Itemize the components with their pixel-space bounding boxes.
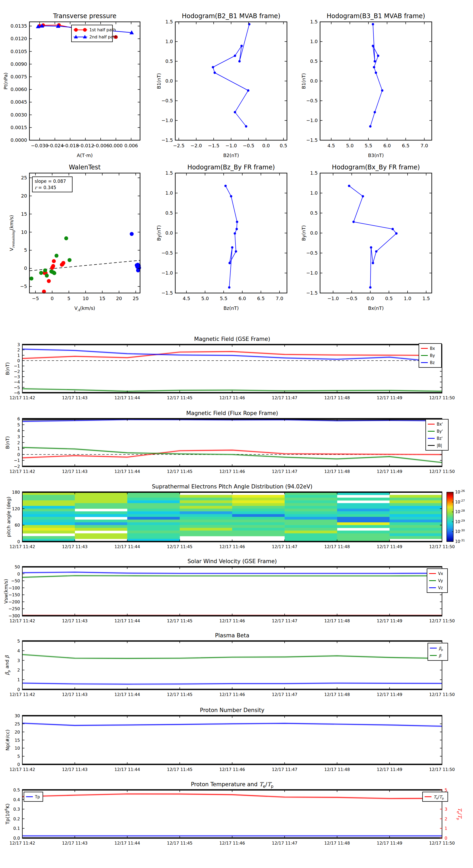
y-tick-label: 30 — [15, 713, 20, 718]
panel-title: Hodogram(B3_B1 MVAB frame) — [327, 12, 425, 20]
heatmap-cell — [337, 503, 390, 506]
marker-circle — [370, 246, 372, 249]
panel-title: Hodogram(Bx_By FR frame) — [332, 164, 420, 171]
x-tick-label: 12/17 11:48 — [324, 395, 350, 400]
series-markers-Bx_By — [348, 185, 398, 288]
plot-area — [22, 492, 442, 542]
marker-circle — [372, 45, 374, 47]
y-tick-label: −1 — [14, 364, 20, 369]
marker-circle — [234, 55, 236, 57]
heatmap-cell — [22, 503, 75, 506]
y-tick-label: −300 — [8, 613, 20, 618]
y-axis-label: Pt(nPa) — [3, 72, 8, 89]
y-tick-label: 25 — [15, 721, 20, 726]
panel-title: Solar Wind Velocity (GSE Frame) — [188, 558, 277, 564]
y-tick-label: 20 — [15, 730, 20, 735]
y-tick-label: 1.0 — [310, 39, 318, 44]
x-tick-label: 5.5 — [365, 143, 372, 148]
y-tick-label: 0.0105 — [10, 49, 27, 54]
y-tick-label: −3 — [14, 374, 20, 379]
heatmap-cell — [22, 506, 75, 509]
heatmap-cell — [284, 522, 337, 525]
plot-area — [22, 419, 442, 462]
legend-label: Bz' — [437, 436, 442, 441]
y-tick-label: −1.5 — [161, 290, 173, 296]
x-tick-label: 6.0 — [383, 143, 391, 148]
marker-circle — [39, 271, 43, 275]
x-tick-label: 12/17 11:46 — [219, 692, 245, 697]
heatmap-cell — [22, 511, 75, 514]
x-tick-label: 5.5 — [220, 296, 228, 301]
x-tick-label: 12/17 11:49 — [377, 469, 402, 474]
legend: Te/Tp — [423, 792, 448, 802]
x-tick-label: 12/17 11:46 — [219, 395, 245, 400]
marker-circle — [225, 185, 227, 187]
y-axis-label: B1(nT) — [301, 73, 306, 89]
x-tick-label: −0.5 — [346, 296, 358, 301]
legend: Tp — [24, 792, 43, 802]
x-tick-label: 12/17 11:49 — [377, 544, 402, 549]
ticks — [320, 173, 432, 293]
heatmap-cell — [180, 528, 232, 531]
plot-area — [22, 794, 442, 836]
marker-circle — [29, 276, 33, 280]
y-tick-label: 5 — [18, 639, 20, 644]
y-tick-label: 15 — [15, 738, 20, 743]
marker-circle — [236, 221, 238, 223]
x-tick-label: 0.006 — [124, 143, 138, 148]
x-tick-label: 6.0 — [239, 296, 246, 301]
heatmap-cell — [22, 528, 75, 531]
x-tick-label: 4.5 — [182, 296, 190, 301]
panel-transverse_pressure: −0.030−0.024−0.018−0.012−0.0060.0000.006… — [3, 12, 140, 158]
y-tick-label: 6 — [18, 416, 20, 422]
x-tick-label: 12/17 11:48 — [324, 767, 350, 772]
x-tick-label: 12/17 11:46 — [219, 544, 245, 549]
heatmap-cell — [22, 509, 75, 512]
x-tick-label: 12/17 11:43 — [62, 767, 88, 772]
heatmap-cell — [22, 517, 75, 520]
y-tick-label: 2 — [18, 440, 20, 445]
marker-circle — [373, 66, 375, 68]
x-tick-label: 10 — [82, 296, 89, 301]
x-tick-label: −5 — [32, 296, 39, 301]
y-tick-label: 20 — [21, 193, 27, 198]
y2-tick-label: 0 — [445, 836, 447, 841]
heatmap-cell — [390, 514, 442, 517]
series-halo — [22, 655, 442, 659]
y-tick-label: −1.5 — [161, 137, 173, 143]
x-tick-label: 0.5 — [385, 296, 393, 301]
y-tick-label: −50 — [11, 579, 20, 583]
heatmap-cell — [127, 506, 180, 509]
y-axis-label: Vsw(km/s) — [3, 579, 9, 603]
panel-title: Hodogram(B2_B1 MVAB frame) — [182, 12, 280, 20]
y-tick-label: −6 — [14, 390, 20, 395]
y-tick-label: −0.5 — [306, 98, 318, 103]
legend: BxByBz — [419, 343, 441, 368]
y-tick-label: 1.0 — [310, 190, 318, 196]
heatmap-cell — [127, 533, 180, 536]
heatmap-cell — [390, 520, 442, 522]
heatmap-cell — [390, 528, 442, 531]
y-tick-label: 3 — [18, 434, 20, 439]
heatmap-cell — [127, 498, 180, 500]
plot-area — [22, 655, 442, 684]
pad-heatmap — [22, 492, 442, 542]
heatmap-cell — [180, 522, 232, 525]
y-tick-label: 0.5 — [310, 210, 318, 216]
legend: VxVyVz — [427, 569, 447, 593]
heatmap-cell — [75, 495, 128, 498]
heatmap-cell — [284, 495, 337, 498]
x-axis-label: B3(nT) — [368, 153, 384, 158]
x-tick-label: 12/17 11:49 — [377, 767, 402, 772]
heatmap-cell — [180, 506, 232, 509]
x-tick-label: 12/17 11:44 — [114, 841, 140, 846]
heatmap-cell — [22, 514, 75, 517]
heatmap-cell — [232, 506, 285, 509]
legend: Bx'By'Bz'|B| — [426, 419, 448, 450]
heatmap-cell — [127, 511, 180, 514]
heatmap-cell — [390, 506, 442, 509]
marker-circle — [130, 232, 134, 236]
x-tick-label: 12/17 11:44 — [114, 767, 140, 772]
plot-area — [225, 185, 238, 288]
y-tick-label: 1 — [18, 446, 20, 451]
